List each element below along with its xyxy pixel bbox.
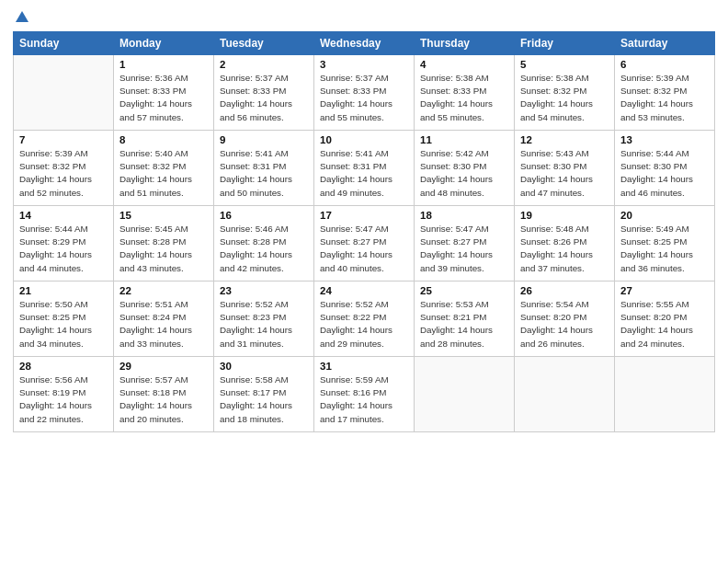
calendar-cell: [14, 55, 114, 131]
calendar-cell: 1Sunrise: 5:36 AMSunset: 8:33 PMDaylight…: [114, 55, 214, 131]
day-number: 30: [220, 361, 308, 372]
day-info: Sunrise: 5:52 AMSunset: 8:22 PMDaylight:…: [320, 298, 408, 350]
day-info: Sunrise: 5:42 AMSunset: 8:30 PMDaylight:…: [420, 147, 508, 200]
day-info: Sunrise: 5:44 AMSunset: 8:30 PMDaylight:…: [620, 147, 709, 200]
logo-icon: [14, 9, 30, 26]
day-number: 12: [520, 134, 609, 145]
calendar-cell: 17Sunrise: 5:47 AMSunset: 8:27 PMDayligh…: [314, 206, 415, 282]
day-info: Sunrise: 5:47 AMSunset: 8:27 PMDaylight:…: [420, 223, 508, 275]
day-number: 11: [420, 134, 508, 145]
calendar-week-1: 1Sunrise: 5:36 AMSunset: 8:33 PMDaylight…: [14, 55, 715, 131]
day-info: Sunrise: 5:38 AMSunset: 8:32 PMDaylight:…: [520, 72, 609, 124]
day-info: Sunrise: 5:55 AMSunset: 8:20 PMDaylight:…: [620, 298, 709, 350]
calendar-cell: 3Sunrise: 5:37 AMSunset: 8:33 PMDaylight…: [314, 55, 415, 131]
calendar-cell: 9Sunrise: 5:41 AMSunset: 8:31 PMDaylight…: [214, 131, 314, 206]
calendar-cell: 8Sunrise: 5:40 AMSunset: 8:32 PMDaylight…: [114, 131, 214, 206]
day-info: Sunrise: 5:47 AMSunset: 8:27 PMDaylight:…: [320, 223, 408, 275]
weekday-header-friday: Friday: [515, 32, 615, 55]
day-info: Sunrise: 5:58 AMSunset: 8:17 PMDaylight:…: [220, 373, 308, 426]
day-number: 7: [19, 134, 108, 145]
day-number: 31: [320, 361, 408, 372]
calendar-cell: 21Sunrise: 5:50 AMSunset: 8:25 PMDayligh…: [14, 282, 114, 357]
day-number: 28: [19, 361, 108, 372]
weekday-header-monday: Monday: [114, 32, 214, 55]
calendar-cell: 14Sunrise: 5:44 AMSunset: 8:29 PMDayligh…: [14, 206, 114, 282]
day-number: 14: [19, 210, 108, 221]
calendar-cell: 11Sunrise: 5:42 AMSunset: 8:30 PMDayligh…: [415, 131, 515, 206]
svg-marker-0: [16, 11, 28, 22]
day-number: 26: [520, 285, 609, 296]
weekday-header-thursday: Thursday: [415, 32, 515, 55]
day-info: Sunrise: 5:51 AMSunset: 8:24 PMDaylight:…: [119, 298, 208, 350]
weekday-header-row: SundayMondayTuesdayWednesdayThursdayFrid…: [14, 32, 715, 55]
calendar-cell: 30Sunrise: 5:58 AMSunset: 8:17 PMDayligh…: [214, 357, 314, 432]
day-number: 17: [320, 210, 408, 221]
day-info: Sunrise: 5:37 AMSunset: 8:33 PMDaylight:…: [320, 72, 408, 124]
day-info: Sunrise: 5:41 AMSunset: 8:31 PMDaylight:…: [220, 147, 308, 200]
day-info: Sunrise: 5:59 AMSunset: 8:16 PMDaylight:…: [320, 373, 408, 426]
day-info: Sunrise: 5:49 AMSunset: 8:25 PMDaylight:…: [620, 223, 709, 275]
day-number: 3: [320, 59, 408, 70]
day-number: 20: [620, 210, 709, 221]
day-info: Sunrise: 5:43 AMSunset: 8:30 PMDaylight:…: [520, 147, 609, 200]
calendar-cell: 28Sunrise: 5:56 AMSunset: 8:19 PMDayligh…: [14, 357, 114, 432]
calendar-cell: [515, 357, 615, 432]
day-number: 1: [119, 59, 208, 70]
calendar-cell: 16Sunrise: 5:46 AMSunset: 8:28 PMDayligh…: [214, 206, 314, 282]
day-number: 21: [19, 285, 108, 296]
day-number: 2: [220, 59, 308, 70]
day-info: Sunrise: 5:48 AMSunset: 8:26 PMDaylight:…: [520, 223, 609, 275]
day-info: Sunrise: 5:44 AMSunset: 8:29 PMDaylight:…: [19, 223, 108, 275]
day-number: 16: [220, 210, 308, 221]
calendar-week-4: 21Sunrise: 5:50 AMSunset: 8:25 PMDayligh…: [14, 282, 715, 357]
day-number: 9: [220, 134, 308, 145]
calendar-week-5: 28Sunrise: 5:56 AMSunset: 8:19 PMDayligh…: [14, 357, 715, 432]
calendar-cell: [615, 357, 715, 432]
day-number: 4: [420, 59, 508, 70]
day-info: Sunrise: 5:53 AMSunset: 8:21 PMDaylight:…: [420, 298, 508, 350]
day-number: 22: [119, 285, 208, 296]
day-number: 5: [520, 59, 609, 70]
day-info: Sunrise: 5:57 AMSunset: 8:18 PMDaylight:…: [119, 373, 208, 426]
day-number: 13: [620, 134, 709, 145]
calendar-cell: 18Sunrise: 5:47 AMSunset: 8:27 PMDayligh…: [415, 206, 515, 282]
calendar-cell: 22Sunrise: 5:51 AMSunset: 8:24 PMDayligh…: [114, 282, 214, 357]
calendar-cell: 29Sunrise: 5:57 AMSunset: 8:18 PMDayligh…: [114, 357, 214, 432]
day-number: 23: [220, 285, 308, 296]
calendar-table: SundayMondayTuesdayWednesdayThursdayFrid…: [13, 31, 715, 432]
calendar-cell: 13Sunrise: 5:44 AMSunset: 8:30 PMDayligh…: [615, 131, 715, 206]
weekday-header-tuesday: Tuesday: [214, 32, 314, 55]
calendar-cell: 27Sunrise: 5:55 AMSunset: 8:20 PMDayligh…: [615, 282, 715, 357]
day-info: Sunrise: 5:37 AMSunset: 8:33 PMDaylight:…: [220, 72, 308, 124]
day-number: 27: [620, 285, 709, 296]
day-number: 18: [420, 210, 508, 221]
day-info: Sunrise: 5:38 AMSunset: 8:33 PMDaylight:…: [420, 72, 508, 124]
day-info: Sunrise: 5:46 AMSunset: 8:28 PMDaylight:…: [220, 223, 308, 275]
day-number: 24: [320, 285, 408, 296]
calendar-cell: 19Sunrise: 5:48 AMSunset: 8:26 PMDayligh…: [515, 206, 615, 282]
day-number: 6: [620, 59, 709, 70]
day-info: Sunrise: 5:56 AMSunset: 8:19 PMDaylight:…: [19, 373, 108, 426]
day-info: Sunrise: 5:54 AMSunset: 8:20 PMDaylight:…: [520, 298, 609, 350]
calendar-cell: 7Sunrise: 5:39 AMSunset: 8:32 PMDaylight…: [14, 131, 114, 206]
day-info: Sunrise: 5:36 AMSunset: 8:33 PMDaylight:…: [119, 72, 208, 124]
weekday-header-saturday: Saturday: [615, 32, 715, 55]
calendar-cell: 20Sunrise: 5:49 AMSunset: 8:25 PMDayligh…: [615, 206, 715, 282]
weekday-header-wednesday: Wednesday: [314, 32, 415, 55]
header-area: [13, 9, 715, 26]
day-number: 19: [520, 210, 609, 221]
day-number: 25: [420, 285, 508, 296]
calendar-cell: 6Sunrise: 5:39 AMSunset: 8:32 PMDaylight…: [615, 55, 715, 131]
calendar-cell: 24Sunrise: 5:52 AMSunset: 8:22 PMDayligh…: [314, 282, 415, 357]
calendar-week-2: 7Sunrise: 5:39 AMSunset: 8:32 PMDaylight…: [14, 131, 715, 206]
day-info: Sunrise: 5:45 AMSunset: 8:28 PMDaylight:…: [119, 223, 208, 275]
calendar-cell: [415, 357, 515, 432]
calendar-cell: 10Sunrise: 5:41 AMSunset: 8:31 PMDayligh…: [314, 131, 415, 206]
day-info: Sunrise: 5:40 AMSunset: 8:32 PMDaylight:…: [119, 147, 208, 200]
calendar-cell: 25Sunrise: 5:53 AMSunset: 8:21 PMDayligh…: [415, 282, 515, 357]
calendar-cell: 5Sunrise: 5:38 AMSunset: 8:32 PMDaylight…: [515, 55, 615, 131]
day-info: Sunrise: 5:50 AMSunset: 8:25 PMDaylight:…: [19, 298, 108, 350]
day-number: 29: [119, 361, 208, 372]
calendar-cell: 2Sunrise: 5:37 AMSunset: 8:33 PMDaylight…: [214, 55, 314, 131]
calendar-cell: 26Sunrise: 5:54 AMSunset: 8:20 PMDayligh…: [515, 282, 615, 357]
